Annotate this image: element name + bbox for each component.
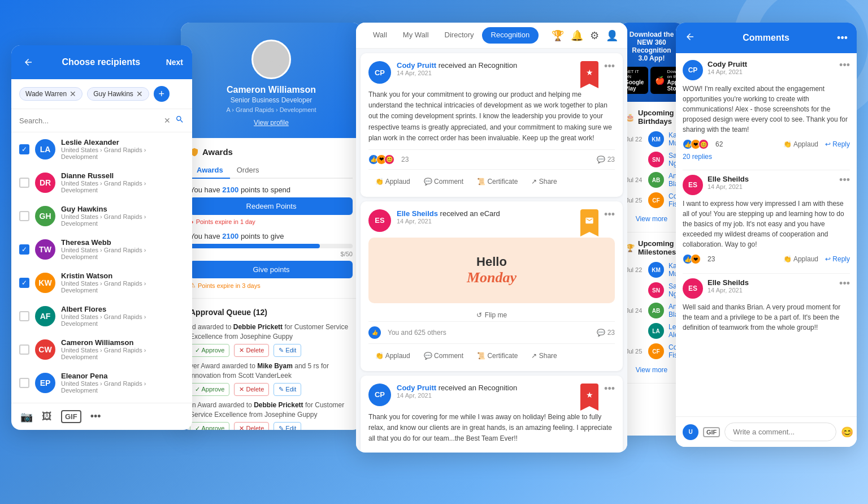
give-points-button[interactable]: Give points <box>190 261 353 278</box>
comment-1-more-btn[interactable]: ••• <box>839 60 850 70</box>
post-2-more-btn[interactable]: ••• <box>604 209 615 219</box>
approval-queue-section: Approval Queue (12) rd awarded to Debbie… <box>181 298 362 430</box>
gif-comment-button[interactable]: GIF <box>703 427 720 437</box>
birthday-avatar-1: KM <box>648 131 664 147</box>
person-location: United States › Grand Rapids › Developme… <box>61 147 184 160</box>
post-1-reactions: 👍 ❤ 😊 23 💬 23 <box>368 149 615 170</box>
reaction-count-1: 23 <box>401 156 409 163</box>
panel-footer: 📷 🖼 GIF ••• <box>11 403 192 430</box>
comments-back-button[interactable] <box>685 32 695 44</box>
birthday-date-1: Jul 22 <box>626 136 644 143</box>
tab-directory[interactable]: Directory <box>437 23 482 48</box>
birthday-item-4: Jul 25 CF Cody Fisher <box>626 192 678 208</box>
post-1-date: 14 Apr, 2021 <box>397 70 575 76</box>
checkbox-guy[interactable] <box>19 211 29 221</box>
checkbox-eleanor[interactable] <box>19 378 29 388</box>
view-profile-link[interactable]: View profile <box>254 119 289 127</box>
comment-1-replies[interactable]: 20 replies <box>683 153 850 161</box>
comment-1-reply-btn[interactable]: ↩ Reply <box>825 140 850 148</box>
view-more-birthdays-link[interactable]: View more <box>626 213 678 225</box>
checkbox-theresa[interactable] <box>19 244 29 255</box>
sidebar-panel: Download the NEW 360 Recognition 3.0 App… <box>619 23 684 436</box>
profile-path: A › Grand Rapids › Development <box>227 106 316 113</box>
person-item-leslie[interactable]: LA Leslie Alexander United States › Gran… <box>11 132 192 166</box>
remove-guy-btn[interactable]: ✕ <box>136 90 143 98</box>
person-item-eleanor[interactable]: EP Eleanor Pena United States › Grand Ra… <box>11 366 192 399</box>
applaud-btn-2[interactable]: 👏 Applaud <box>368 348 417 363</box>
approve-btn-3[interactable]: ✓ Approve <box>190 422 229 430</box>
redeem-points-button[interactable]: Redeem Points <box>190 197 353 215</box>
comment-2-more-btn[interactable]: ••• <box>839 175 850 185</box>
person-item-theresa[interactable]: TW Theresa Webb United States › Grand Ra… <box>11 232 192 266</box>
tab-awards[interactable]: Awards <box>190 162 230 179</box>
person-item-dianne[interactable]: DR Dianne Russell United States › Grand … <box>11 166 192 199</box>
comment-2-text: I want to express how very impressed I a… <box>683 199 850 249</box>
search-submit-button[interactable] <box>175 115 184 126</box>
app-download-banner: Download the NEW 360 Recognition 3.0 App… <box>619 23 684 102</box>
back-button[interactable] <box>20 54 36 70</box>
gear-icon[interactable]: ⚙ <box>590 29 599 42</box>
checkbox-dianne[interactable] <box>19 178 29 188</box>
certificate-btn-1[interactable]: 📜 Certificate <box>470 174 524 189</box>
comment-btn-2[interactable]: 💬 Comment <box>417 348 470 363</box>
tab-my-wall[interactable]: My Wall <box>395 23 437 48</box>
apple-icon: 🍎 <box>655 76 665 85</box>
trophy-icon[interactable]: 🏆 <box>552 29 564 42</box>
person-item-cameron[interactable]: CW Cameron Williamson United States › Gr… <box>11 333 192 366</box>
applaud-btn-1[interactable]: 👏 Applaud <box>368 174 417 189</box>
user-icon[interactable]: 👤 <box>606 29 618 42</box>
comment-text-input[interactable] <box>724 423 836 441</box>
emoji-picker-button[interactable]: 😊 <box>841 426 853 438</box>
comment-btn-1[interactable]: 💬 Comment <box>417 174 470 189</box>
comment-3-more-btn[interactable]: ••• <box>839 278 850 288</box>
checkbox-albert[interactable] <box>19 311 29 321</box>
certificate-btn-2[interactable]: 📜 Certificate <box>470 348 524 363</box>
delete-btn-2[interactable]: ✕ Delete <box>234 383 269 396</box>
comment-2-reply-btn[interactable]: ↩ Reply <box>825 255 850 263</box>
person-item-guy[interactable]: GH Guy Hawkins United States › Grand Rap… <box>11 199 192 232</box>
avatar-guy: GH <box>35 206 55 226</box>
awards-tabs: Awards Orders <box>190 162 353 179</box>
image-icon[interactable]: 🖼 <box>42 411 52 423</box>
birthday-date-4: Jul 25 <box>626 197 644 204</box>
tab-orders[interactable]: Orders <box>230 162 266 178</box>
more-options-button[interactable]: ••• <box>90 411 101 423</box>
person-name: Dianne Russell <box>61 171 184 180</box>
view-more-milestones-link[interactable]: View more <box>626 364 678 376</box>
remove-wade-btn[interactable]: ✕ <box>70 90 76 98</box>
search-bar: ✕ <box>11 109 192 132</box>
flip-me-button[interactable]: ↺ Flip me <box>368 309 615 321</box>
delete-btn-3[interactable]: ✕ Delete <box>234 422 269 430</box>
tab-wall[interactable]: Wall <box>365 23 395 48</box>
profile-avatar <box>251 40 291 79</box>
person-item-kristin[interactable]: KW Kristin Watson United States › Grand … <box>11 266 192 299</box>
comment-1-applaud-btn[interactable]: 👏 Applaud <box>783 140 818 148</box>
approve-btn-2[interactable]: ✓ Approve <box>190 383 229 396</box>
checkbox-leslie[interactable] <box>19 144 29 154</box>
avatar-cameron: CW <box>35 339 55 360</box>
next-button[interactable]: Next <box>166 58 183 67</box>
milestone-item-3: Jul 24 AB Annette Black 4 Ye... <box>626 303 678 318</box>
search-clear-button[interactable]: ✕ <box>164 116 171 125</box>
checkbox-kristin[interactable] <box>19 278 29 288</box>
edit-btn-3[interactable]: ✎ Edit <box>274 422 301 430</box>
add-recipient-button[interactable]: + <box>154 86 170 102</box>
comments-more-btn[interactable]: ••• <box>837 33 848 43</box>
edit-btn-2[interactable]: ✎ Edit <box>274 383 301 396</box>
comment-2-applaud-btn[interactable]: 👏 Applaud <box>783 255 818 263</box>
share-btn-2[interactable]: ↗ Share <box>524 348 563 363</box>
delete-btn-1[interactable]: ✕ Delete <box>234 344 269 357</box>
comment-1-avatar: CP <box>683 60 703 80</box>
post-3-more-btn[interactable]: ••• <box>604 384 615 394</box>
checkbox-cameron[interactable] <box>19 344 29 355</box>
approve-btn-1[interactable]: ✓ Approve <box>190 344 229 357</box>
tab-recognition[interactable]: Recognition <box>482 27 539 44</box>
search-input[interactable] <box>19 117 159 125</box>
post-1-more-btn[interactable]: ••• <box>604 61 615 71</box>
bell-icon[interactable]: 🔔 <box>571 29 583 42</box>
gif-button[interactable]: GIF <box>61 410 81 423</box>
edit-btn-1[interactable]: ✎ Edit <box>274 344 301 357</box>
person-item-albert[interactable]: AF Albert Flores United States › Grand R… <box>11 299 192 333</box>
share-btn-1[interactable]: ↗ Share <box>524 174 563 189</box>
camera-icon[interactable]: 📷 <box>20 411 33 423</box>
